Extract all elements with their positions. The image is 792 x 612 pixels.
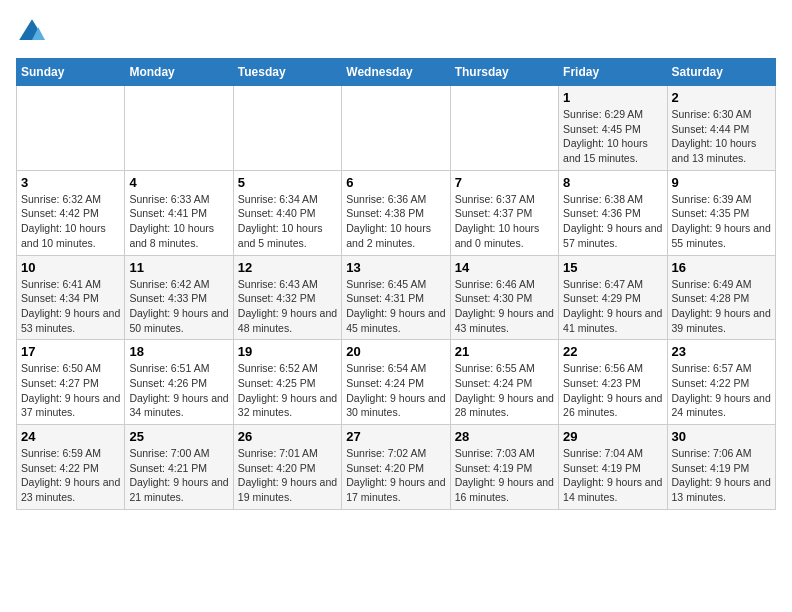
- calendar-cell: 9Sunrise: 6:39 AM Sunset: 4:35 PM Daylig…: [667, 170, 775, 255]
- day-info: Sunrise: 6:30 AM Sunset: 4:44 PM Dayligh…: [672, 107, 771, 166]
- calendar-header-thursday: Thursday: [450, 59, 558, 86]
- day-info: Sunrise: 6:59 AM Sunset: 4:22 PM Dayligh…: [21, 446, 120, 505]
- calendar-cell: 23Sunrise: 6:57 AM Sunset: 4:22 PM Dayli…: [667, 340, 775, 425]
- day-info: Sunrise: 7:01 AM Sunset: 4:20 PM Dayligh…: [238, 446, 337, 505]
- calendar-cell: 21Sunrise: 6:55 AM Sunset: 4:24 PM Dayli…: [450, 340, 558, 425]
- calendar-week-row: 10Sunrise: 6:41 AM Sunset: 4:34 PM Dayli…: [17, 255, 776, 340]
- calendar-cell: 27Sunrise: 7:02 AM Sunset: 4:20 PM Dayli…: [342, 425, 450, 510]
- day-number: 7: [455, 175, 554, 190]
- day-number: 5: [238, 175, 337, 190]
- calendar-header-wednesday: Wednesday: [342, 59, 450, 86]
- day-info: Sunrise: 6:54 AM Sunset: 4:24 PM Dayligh…: [346, 361, 445, 420]
- calendar-cell: 24Sunrise: 6:59 AM Sunset: 4:22 PM Dayli…: [17, 425, 125, 510]
- day-info: Sunrise: 7:06 AM Sunset: 4:19 PM Dayligh…: [672, 446, 771, 505]
- day-info: Sunrise: 6:55 AM Sunset: 4:24 PM Dayligh…: [455, 361, 554, 420]
- calendar-cell: 6Sunrise: 6:36 AM Sunset: 4:38 PM Daylig…: [342, 170, 450, 255]
- logo: [16, 16, 52, 48]
- calendar-cell: 4Sunrise: 6:33 AM Sunset: 4:41 PM Daylig…: [125, 170, 233, 255]
- calendar-cell: 3Sunrise: 6:32 AM Sunset: 4:42 PM Daylig…: [17, 170, 125, 255]
- day-number: 14: [455, 260, 554, 275]
- day-number: 21: [455, 344, 554, 359]
- calendar-cell: 11Sunrise: 6:42 AM Sunset: 4:33 PM Dayli…: [125, 255, 233, 340]
- day-number: 19: [238, 344, 337, 359]
- calendar-cell: 12Sunrise: 6:43 AM Sunset: 4:32 PM Dayli…: [233, 255, 341, 340]
- calendar-cell: [17, 86, 125, 171]
- day-number: 6: [346, 175, 445, 190]
- day-number: 10: [21, 260, 120, 275]
- day-number: 2: [672, 90, 771, 105]
- day-info: Sunrise: 6:38 AM Sunset: 4:36 PM Dayligh…: [563, 192, 662, 251]
- day-info: Sunrise: 6:39 AM Sunset: 4:35 PM Dayligh…: [672, 192, 771, 251]
- calendar-cell: 14Sunrise: 6:46 AM Sunset: 4:30 PM Dayli…: [450, 255, 558, 340]
- calendar-cell: 17Sunrise: 6:50 AM Sunset: 4:27 PM Dayli…: [17, 340, 125, 425]
- calendar-week-row: 1Sunrise: 6:29 AM Sunset: 4:45 PM Daylig…: [17, 86, 776, 171]
- day-number: 30: [672, 429, 771, 444]
- calendar-cell: 30Sunrise: 7:06 AM Sunset: 4:19 PM Dayli…: [667, 425, 775, 510]
- calendar-cell: 1Sunrise: 6:29 AM Sunset: 4:45 PM Daylig…: [559, 86, 667, 171]
- calendar-cell: [342, 86, 450, 171]
- day-info: Sunrise: 6:45 AM Sunset: 4:31 PM Dayligh…: [346, 277, 445, 336]
- day-info: Sunrise: 6:57 AM Sunset: 4:22 PM Dayligh…: [672, 361, 771, 420]
- calendar-header-sunday: Sunday: [17, 59, 125, 86]
- calendar-header-monday: Monday: [125, 59, 233, 86]
- day-number: 11: [129, 260, 228, 275]
- calendar-cell: 22Sunrise: 6:56 AM Sunset: 4:23 PM Dayli…: [559, 340, 667, 425]
- day-number: 15: [563, 260, 662, 275]
- day-info: Sunrise: 6:46 AM Sunset: 4:30 PM Dayligh…: [455, 277, 554, 336]
- day-info: Sunrise: 6:56 AM Sunset: 4:23 PM Dayligh…: [563, 361, 662, 420]
- day-info: Sunrise: 6:32 AM Sunset: 4:42 PM Dayligh…: [21, 192, 120, 251]
- day-number: 25: [129, 429, 228, 444]
- day-info: Sunrise: 6:41 AM Sunset: 4:34 PM Dayligh…: [21, 277, 120, 336]
- day-info: Sunrise: 6:51 AM Sunset: 4:26 PM Dayligh…: [129, 361, 228, 420]
- calendar-header-row: SundayMondayTuesdayWednesdayThursdayFrid…: [17, 59, 776, 86]
- day-number: 24: [21, 429, 120, 444]
- day-info: Sunrise: 7:04 AM Sunset: 4:19 PM Dayligh…: [563, 446, 662, 505]
- calendar-cell: 5Sunrise: 6:34 AM Sunset: 4:40 PM Daylig…: [233, 170, 341, 255]
- day-number: 27: [346, 429, 445, 444]
- day-number: 22: [563, 344, 662, 359]
- calendar-cell: 28Sunrise: 7:03 AM Sunset: 4:19 PM Dayli…: [450, 425, 558, 510]
- day-number: 8: [563, 175, 662, 190]
- day-info: Sunrise: 6:52 AM Sunset: 4:25 PM Dayligh…: [238, 361, 337, 420]
- logo-icon: [16, 16, 48, 48]
- calendar-cell: [125, 86, 233, 171]
- day-info: Sunrise: 6:36 AM Sunset: 4:38 PM Dayligh…: [346, 192, 445, 251]
- day-number: 3: [21, 175, 120, 190]
- day-number: 26: [238, 429, 337, 444]
- calendar-table: SundayMondayTuesdayWednesdayThursdayFrid…: [16, 58, 776, 510]
- calendar-cell: 13Sunrise: 6:45 AM Sunset: 4:31 PM Dayli…: [342, 255, 450, 340]
- calendar-week-row: 24Sunrise: 6:59 AM Sunset: 4:22 PM Dayli…: [17, 425, 776, 510]
- calendar-cell: 25Sunrise: 7:00 AM Sunset: 4:21 PM Dayli…: [125, 425, 233, 510]
- calendar-header-saturday: Saturday: [667, 59, 775, 86]
- day-number: 12: [238, 260, 337, 275]
- day-info: Sunrise: 6:43 AM Sunset: 4:32 PM Dayligh…: [238, 277, 337, 336]
- day-number: 1: [563, 90, 662, 105]
- day-number: 18: [129, 344, 228, 359]
- calendar-cell: 29Sunrise: 7:04 AM Sunset: 4:19 PM Dayli…: [559, 425, 667, 510]
- day-info: Sunrise: 6:33 AM Sunset: 4:41 PM Dayligh…: [129, 192, 228, 251]
- calendar-header-tuesday: Tuesday: [233, 59, 341, 86]
- day-info: Sunrise: 7:02 AM Sunset: 4:20 PM Dayligh…: [346, 446, 445, 505]
- day-number: 4: [129, 175, 228, 190]
- day-info: Sunrise: 6:34 AM Sunset: 4:40 PM Dayligh…: [238, 192, 337, 251]
- calendar-cell: 15Sunrise: 6:47 AM Sunset: 4:29 PM Dayli…: [559, 255, 667, 340]
- day-number: 20: [346, 344, 445, 359]
- calendar-cell: 18Sunrise: 6:51 AM Sunset: 4:26 PM Dayli…: [125, 340, 233, 425]
- day-info: Sunrise: 7:00 AM Sunset: 4:21 PM Dayligh…: [129, 446, 228, 505]
- calendar-cell: 26Sunrise: 7:01 AM Sunset: 4:20 PM Dayli…: [233, 425, 341, 510]
- calendar-cell: 10Sunrise: 6:41 AM Sunset: 4:34 PM Dayli…: [17, 255, 125, 340]
- calendar-cell: 2Sunrise: 6:30 AM Sunset: 4:44 PM Daylig…: [667, 86, 775, 171]
- calendar-cell: 7Sunrise: 6:37 AM Sunset: 4:37 PM Daylig…: [450, 170, 558, 255]
- day-number: 16: [672, 260, 771, 275]
- day-number: 28: [455, 429, 554, 444]
- calendar-cell: 19Sunrise: 6:52 AM Sunset: 4:25 PM Dayli…: [233, 340, 341, 425]
- calendar-cell: [233, 86, 341, 171]
- day-info: Sunrise: 6:42 AM Sunset: 4:33 PM Dayligh…: [129, 277, 228, 336]
- day-info: Sunrise: 7:03 AM Sunset: 4:19 PM Dayligh…: [455, 446, 554, 505]
- page-header: [16, 16, 776, 48]
- day-number: 13: [346, 260, 445, 275]
- day-number: 23: [672, 344, 771, 359]
- day-info: Sunrise: 6:37 AM Sunset: 4:37 PM Dayligh…: [455, 192, 554, 251]
- day-info: Sunrise: 6:49 AM Sunset: 4:28 PM Dayligh…: [672, 277, 771, 336]
- calendar-cell: [450, 86, 558, 171]
